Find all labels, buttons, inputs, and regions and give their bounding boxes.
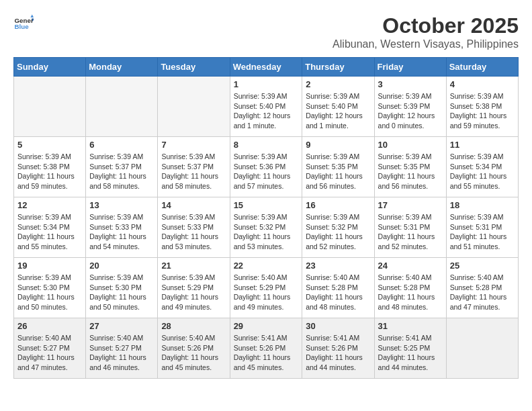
calendar-cell: 21Sunrise: 5:39 AMSunset: 5:29 PMDayligh… xyxy=(158,258,230,318)
day-info: Sunrise: 5:39 AMSunset: 5:33 PMDaylight:… xyxy=(161,212,226,252)
day-info: Sunrise: 5:39 AMSunset: 5:33 PMDaylight:… xyxy=(89,212,154,252)
weekday-header-wednesday: Wednesday xyxy=(230,58,302,77)
day-number: 14 xyxy=(161,200,226,210)
month-title: October 2025 xyxy=(332,13,519,38)
day-number: 20 xyxy=(89,261,154,271)
day-info: Sunrise: 5:39 AMSunset: 5:30 PMDaylight:… xyxy=(89,273,154,312)
calendar-cell xyxy=(14,77,86,137)
day-info: Sunrise: 5:39 AMSunset: 5:37 PMDaylight:… xyxy=(161,152,226,191)
calendar-cell: 7Sunrise: 5:39 AMSunset: 5:37 PMDaylight… xyxy=(158,137,230,197)
day-info: Sunrise: 5:40 AMSunset: 5:28 PMDaylight:… xyxy=(450,273,515,312)
day-info: Sunrise: 5:39 AMSunset: 5:35 PMDaylight:… xyxy=(378,152,443,191)
day-info: Sunrise: 5:39 AMSunset: 5:29 PMDaylight:… xyxy=(161,273,226,312)
day-number: 19 xyxy=(17,261,82,271)
day-info: Sunrise: 5:41 AMSunset: 5:26 PMDaylight:… xyxy=(306,333,370,373)
calendar-cell: 20Sunrise: 5:39 AMSunset: 5:30 PMDayligh… xyxy=(86,258,158,318)
calendar-cell: 18Sunrise: 5:39 AMSunset: 5:31 PMDayligh… xyxy=(446,197,518,258)
day-number: 13 xyxy=(89,200,154,210)
day-number: 21 xyxy=(161,261,226,271)
weekday-header-monday: Monday xyxy=(86,58,158,77)
weekday-header-friday: Friday xyxy=(374,58,446,77)
weekday-header-tuesday: Tuesday xyxy=(158,58,230,77)
weekday-header-thursday: Thursday xyxy=(302,58,374,77)
day-info: Sunrise: 5:39 AMSunset: 5:35 PMDaylight:… xyxy=(306,152,370,191)
week-row-2: 5Sunrise: 5:39 AMSunset: 5:38 PMDaylight… xyxy=(14,137,519,197)
week-row-4: 19Sunrise: 5:39 AMSunset: 5:30 PMDayligh… xyxy=(14,258,519,318)
calendar-cell: 25Sunrise: 5:40 AMSunset: 5:28 PMDayligh… xyxy=(446,258,518,318)
calendar-cell xyxy=(446,318,518,379)
day-number: 6 xyxy=(89,140,154,150)
calendar-cell: 11Sunrise: 5:39 AMSunset: 5:34 PMDayligh… xyxy=(446,137,518,197)
week-row-5: 26Sunrise: 5:40 AMSunset: 5:27 PMDayligh… xyxy=(14,318,519,379)
week-row-3: 12Sunrise: 5:39 AMSunset: 5:34 PMDayligh… xyxy=(14,197,519,258)
day-info: Sunrise: 5:40 AMSunset: 5:28 PMDaylight:… xyxy=(378,273,443,312)
calendar-cell: 19Sunrise: 5:39 AMSunset: 5:30 PMDayligh… xyxy=(14,258,86,318)
logo: General Blue xyxy=(13,13,34,34)
calendar-cell: 10Sunrise: 5:39 AMSunset: 5:35 PMDayligh… xyxy=(374,137,446,197)
location-title: Alibunan, Western Visayas, Philippines xyxy=(332,38,519,50)
day-number: 28 xyxy=(161,321,226,331)
calendar-cell: 27Sunrise: 5:40 AMSunset: 5:27 PMDayligh… xyxy=(86,318,158,379)
day-info: Sunrise: 5:41 AMSunset: 5:26 PMDaylight:… xyxy=(234,333,299,373)
day-number: 22 xyxy=(234,261,299,271)
day-number: 30 xyxy=(306,321,370,331)
day-number: 5 xyxy=(17,140,82,150)
calendar-cell: 26Sunrise: 5:40 AMSunset: 5:27 PMDayligh… xyxy=(14,318,86,379)
day-number: 4 xyxy=(450,79,515,89)
day-info: Sunrise: 5:39 AMSunset: 5:34 PMDaylight:… xyxy=(17,212,82,252)
calendar-cell: 8Sunrise: 5:39 AMSunset: 5:36 PMDaylight… xyxy=(230,137,302,197)
calendar-cell: 24Sunrise: 5:40 AMSunset: 5:28 PMDayligh… xyxy=(374,258,446,318)
day-number: 23 xyxy=(306,261,370,271)
calendar-cell: 6Sunrise: 5:39 AMSunset: 5:37 PMDaylight… xyxy=(86,137,158,197)
calendar-cell: 5Sunrise: 5:39 AMSunset: 5:38 PMDaylight… xyxy=(14,137,86,197)
day-info: Sunrise: 5:39 AMSunset: 5:32 PMDaylight:… xyxy=(306,212,370,252)
day-info: Sunrise: 5:40 AMSunset: 5:27 PMDaylight:… xyxy=(17,333,82,373)
calendar-cell: 31Sunrise: 5:41 AMSunset: 5:25 PMDayligh… xyxy=(374,318,446,379)
calendar-cell: 3Sunrise: 5:39 AMSunset: 5:39 PMDaylight… xyxy=(374,77,446,137)
calendar-cell: 23Sunrise: 5:40 AMSunset: 5:28 PMDayligh… xyxy=(302,258,374,318)
day-number: 18 xyxy=(450,200,515,210)
day-number: 10 xyxy=(378,140,443,150)
day-number: 11 xyxy=(450,140,515,150)
weekday-header-saturday: Saturday xyxy=(446,58,518,77)
weekday-header-sunday: Sunday xyxy=(14,58,86,77)
svg-marker-2 xyxy=(31,15,34,18)
calendar-cell: 14Sunrise: 5:39 AMSunset: 5:33 PMDayligh… xyxy=(158,197,230,258)
calendar-cell: 15Sunrise: 5:39 AMSunset: 5:32 PMDayligh… xyxy=(230,197,302,258)
day-number: 2 xyxy=(306,79,370,89)
svg-text:Blue: Blue xyxy=(15,23,30,30)
day-number: 8 xyxy=(234,140,299,150)
calendar-cell: 17Sunrise: 5:39 AMSunset: 5:31 PMDayligh… xyxy=(374,197,446,258)
calendar-cell: 29Sunrise: 5:41 AMSunset: 5:26 PMDayligh… xyxy=(230,318,302,379)
day-info: Sunrise: 5:39 AMSunset: 5:40 PMDaylight:… xyxy=(306,91,370,131)
day-info: Sunrise: 5:40 AMSunset: 5:26 PMDaylight:… xyxy=(161,333,226,373)
day-number: 29 xyxy=(234,321,299,331)
day-number: 25 xyxy=(450,261,515,271)
day-info: Sunrise: 5:39 AMSunset: 5:38 PMDaylight:… xyxy=(450,91,515,131)
day-info: Sunrise: 5:39 AMSunset: 5:40 PMDaylight:… xyxy=(234,91,299,131)
day-number: 1 xyxy=(234,79,299,89)
logo-icon: General Blue xyxy=(13,13,34,34)
day-number: 31 xyxy=(378,321,443,331)
day-info: Sunrise: 5:40 AMSunset: 5:28 PMDaylight:… xyxy=(306,273,370,312)
day-info: Sunrise: 5:39 AMSunset: 5:30 PMDaylight:… xyxy=(17,273,82,312)
day-number: 24 xyxy=(378,261,443,271)
day-info: Sunrise: 5:39 AMSunset: 5:32 PMDaylight:… xyxy=(234,212,299,252)
calendar-cell: 4Sunrise: 5:39 AMSunset: 5:38 PMDaylight… xyxy=(446,77,518,137)
day-info: Sunrise: 5:41 AMSunset: 5:25 PMDaylight:… xyxy=(378,333,443,373)
calendar-cell xyxy=(158,77,230,137)
day-info: Sunrise: 5:40 AMSunset: 5:29 PMDaylight:… xyxy=(234,273,299,312)
day-info: Sunrise: 5:39 AMSunset: 5:31 PMDaylight:… xyxy=(450,212,515,252)
day-number: 17 xyxy=(378,200,443,210)
day-number: 12 xyxy=(17,200,82,210)
calendar-cell: 13Sunrise: 5:39 AMSunset: 5:33 PMDayligh… xyxy=(86,197,158,258)
day-number: 15 xyxy=(234,200,299,210)
day-info: Sunrise: 5:39 AMSunset: 5:37 PMDaylight:… xyxy=(89,152,154,191)
day-info: Sunrise: 5:39 AMSunset: 5:39 PMDaylight:… xyxy=(378,91,443,131)
calendar-table: SundayMondayTuesdayWednesdayThursdayFrid… xyxy=(13,57,519,379)
weekday-header-row: SundayMondayTuesdayWednesdayThursdayFrid… xyxy=(14,58,519,77)
calendar-cell: 28Sunrise: 5:40 AMSunset: 5:26 PMDayligh… xyxy=(158,318,230,379)
day-info: Sunrise: 5:39 AMSunset: 5:31 PMDaylight:… xyxy=(378,212,443,252)
page-header: General Blue October 2025 Alibunan, West… xyxy=(13,13,519,50)
day-info: Sunrise: 5:39 AMSunset: 5:36 PMDaylight:… xyxy=(234,152,299,191)
